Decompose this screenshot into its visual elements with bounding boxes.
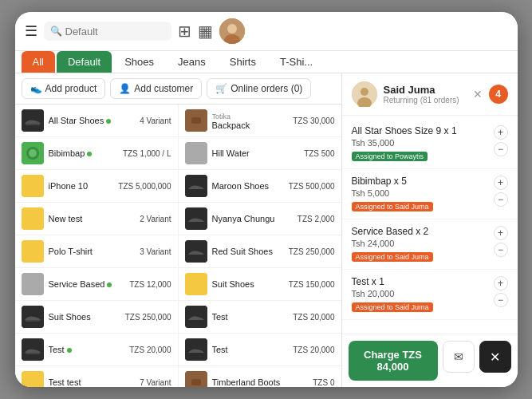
product-info: Red Suit Shoes <box>212 247 284 256</box>
barcode-icon[interactable]: ▦ <box>198 22 213 41</box>
list-item[interactable]: Timberland Boots TZS 0 <box>179 366 341 387</box>
qty-decrease-button[interactable]: − <box>494 243 508 257</box>
product-thumbnail <box>22 306 44 328</box>
cart-item: Bibimbap x 5 Tsh 5,000 Assigned to Said … <box>342 169 518 219</box>
cart-item-tag: Assigned to Said Juma <box>352 302 433 312</box>
product-price: TZS 2,000 <box>298 215 335 223</box>
list-item[interactable]: Bibimbap TZS 1,000 / L <box>15 137 178 170</box>
list-item[interactable]: iPhone 10 TZS 5,000,000 <box>15 170 178 203</box>
qty-increase-button[interactable]: + <box>494 176 508 190</box>
list-item[interactable]: Suit Shoes TZS 250,000 <box>15 301 178 334</box>
qty-decrease-button[interactable]: − <box>494 142 508 156</box>
product-info: Nyanya Chungu <box>212 214 293 223</box>
svg-rect-10 <box>22 273 44 295</box>
product-thumbnail <box>185 142 207 164</box>
list-item[interactable]: Test TZS 20,000 <box>179 334 341 366</box>
qty-decrease-button[interactable]: − <box>494 192 508 207</box>
product-price: TZS 12,000 <box>129 280 171 289</box>
product-name: TotikaBackpack <box>212 111 289 130</box>
product-thumbnail <box>22 240 44 263</box>
product-price: 2 Variant <box>140 215 171 223</box>
list-item[interactable]: Maroon Shoes TZS 500,000 <box>179 170 341 203</box>
list-item[interactable]: Hill Water TZS 500 <box>179 137 341 170</box>
product-name: Red Suit Shoes <box>212 247 284 256</box>
online-orders-label: Online orders (0) <box>231 83 302 94</box>
list-item[interactable]: Test TZS 20,000 <box>179 301 341 334</box>
list-item[interactable]: Service Based TZS 12,000 <box>15 268 178 301</box>
product-price: TZS 0 <box>313 378 334 387</box>
add-product-button[interactable]: 👟 Add product <box>22 78 106 99</box>
product-price: TZS 150,000 <box>289 280 335 289</box>
tab-all[interactable]: All <box>22 51 55 73</box>
product-thumbnail <box>185 273 207 295</box>
svg-point-6 <box>29 149 37 157</box>
product-info: All Star Shoes <box>49 116 136 125</box>
product-name: Test <box>212 345 289 354</box>
online-orders-button[interactable]: 🛒 Online orders (0) <box>207 78 311 99</box>
product-thumbnail <box>185 207 207 230</box>
list-item[interactable]: Test test 7 Variant <box>15 366 178 387</box>
product-name: Suit Shoes <box>212 279 284 289</box>
email-button[interactable]: ✉ <box>443 341 475 373</box>
cart-items-list: All Star Shoes Size 9 x 1 Tsh 35,000 Ass… <box>342 116 518 334</box>
tab-default[interactable]: Default <box>57 51 112 73</box>
tab-tshirts[interactable]: T-Shi... <box>269 51 324 73</box>
charge-button[interactable]: Charge TZS 84,000 <box>349 341 438 381</box>
product-price: TZS 20,000 <box>129 346 171 354</box>
add-product-label: Add product <box>45 83 97 94</box>
tab-jeans[interactable]: Jeans <box>167 51 217 73</box>
product-name: Maroon Shoes <box>212 181 284 191</box>
product-info: Test <box>212 312 289 322</box>
product-price: TZS 5,000,000 <box>118 182 171 191</box>
top-bar: ☰ 🔍 × ⊞ ▦ <box>15 12 518 51</box>
product-price: TZS 1,000 / L <box>123 149 171 158</box>
cart-item-name: Bibimbap x 5 <box>352 176 433 187</box>
product-info: Suit Shoes <box>212 279 284 289</box>
product-info: Service Based <box>49 279 125 289</box>
qty-increase-button[interactable]: + <box>494 276 508 290</box>
product-info: iPhone 10 <box>49 181 114 191</box>
close-customer-button[interactable]: ✕ <box>473 88 483 101</box>
product-info: Hill Water <box>212 148 300 158</box>
svg-rect-16 <box>185 142 207 164</box>
hamburger-icon[interactable]: ☰ <box>25 22 37 40</box>
left-panel: 👟 Add product 👤 Add customer 🛒 Online or… <box>15 73 342 387</box>
product-thumbnail <box>22 371 44 387</box>
tab-shirts[interactable]: Shirts <box>219 51 267 73</box>
tab-bar: All Default Shoes Jeans Shirts T-Shi... <box>15 51 518 73</box>
product-name: New test <box>49 214 136 223</box>
svg-point-26 <box>361 88 368 96</box>
product-info: TotikaBackpack <box>212 111 289 130</box>
list-item[interactable]: Nyanya Chungu TZS 2,000 <box>179 203 341 235</box>
cancel-button[interactable]: ✕ <box>479 341 511 373</box>
product-name: Bibimbap <box>49 148 118 158</box>
product-price: 4 Variant <box>140 117 171 125</box>
list-item[interactable]: Suit Shoes TZS 150,000 <box>179 268 341 301</box>
cancel-icon: ✕ <box>490 350 500 365</box>
qty-increase-button[interactable]: + <box>494 125 508 140</box>
avatar[interactable] <box>219 18 245 44</box>
list-item[interactable]: TotikaBackpack TZS 30,000 <box>179 105 341 137</box>
product-info: Maroon Shoes <box>212 181 284 191</box>
list-item[interactable]: All Star Shoes 4 Variant <box>15 105 178 137</box>
add-customer-button[interactable]: 👤 Add customer <box>110 78 202 99</box>
list-item[interactable]: Test TZS 20,000 <box>15 334 178 366</box>
cart-item: Test x 1 Tsh 20,000 Assigned to Said Jum… <box>342 270 518 320</box>
qty-decrease-button[interactable]: − <box>494 293 508 307</box>
grid-view-icon[interactable]: ⊞ <box>178 22 191 41</box>
list-item[interactable]: Polo T-shirt 3 Variant <box>15 235 178 268</box>
product-thumbnail <box>22 109 44 132</box>
customer-header: Said Juma Returning (81 orders) ✕ 4 <box>342 73 518 116</box>
product-info: Test <box>212 345 289 354</box>
cart-item-name: Test x 1 <box>352 276 433 287</box>
cart-badge[interactable]: 4 <box>489 85 508 104</box>
list-item[interactable]: New test 2 Variant <box>15 203 178 235</box>
search-box: 🔍 × <box>44 22 171 41</box>
tab-shoes[interactable]: Shoes <box>113 51 165 73</box>
list-item[interactable]: Red Suit Shoes TZS 250,000 <box>179 235 341 268</box>
cart-item-price: Tsh 20,000 <box>352 289 433 298</box>
right-panel: Said Juma Returning (81 orders) ✕ 4 All … <box>342 73 518 387</box>
qty-increase-button[interactable]: + <box>494 226 508 240</box>
customer-info: Said Juma Returning (81 orders) <box>384 84 467 105</box>
product-name: Suit Shoes <box>49 312 120 322</box>
